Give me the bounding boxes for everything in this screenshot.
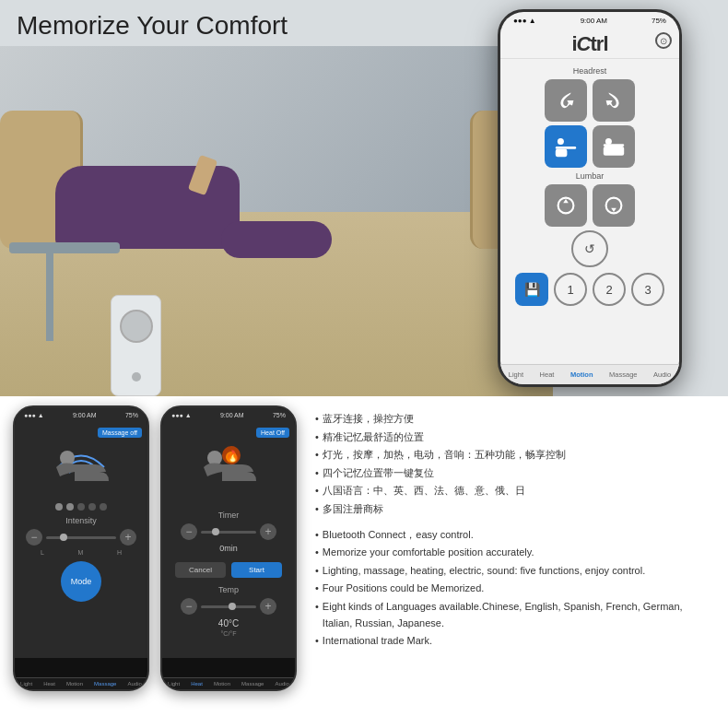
temp-label: Temp: [175, 585, 282, 594]
heat-time: 9:00 AM: [220, 412, 244, 418]
massage-screen: Massage off: [15, 422, 147, 658]
phone-massage: ●●● ▲ 9:00 AM 75% Massage off: [13, 405, 149, 691]
timer-minus[interactable]: −: [181, 523, 197, 540]
temp-value: 40°C: [175, 618, 282, 628]
phone-heat: ●●● ▲ 9:00 AM 75% Heat Off 🔥: [160, 405, 297, 691]
intensity-minus[interactable]: −: [26, 529, 42, 546]
cn-feature-3: • 灯光，按摩，加热，电动，音响：五种功能，畅享控制: [315, 447, 708, 464]
app-screen-large: iCtrl ⊙ Headrest: [500, 29, 679, 387]
timer-slider-row: − +: [181, 523, 276, 540]
massage-status-bar: ●●● ▲ 9:00 AM 75%: [15, 407, 147, 422]
tab-light[interactable]: Light: [505, 369, 527, 381]
tab-audio[interactable]: Audio: [650, 369, 675, 381]
status-bar-large: ●●● ▲ 9:00 AM 75%: [500, 12, 679, 29]
ht-tab-motion[interactable]: Motion: [214, 681, 230, 687]
memory-2-button[interactable]: 2: [593, 273, 626, 306]
intensity-label: Intensity: [20, 516, 142, 525]
massage-time: 9:00 AM: [73, 412, 97, 418]
heat-battery: 75%: [273, 412, 286, 418]
memory-1-button[interactable]: 1: [554, 273, 587, 306]
unit-toggle[interactable]: °C/°F: [175, 630, 282, 637]
features-divider: [315, 520, 708, 527]
heat-icon-area: 🔥: [168, 435, 289, 499]
english-features: • Bluetooth Connect，easy control. • Memo…: [315, 527, 708, 650]
massage-person-svg: [49, 435, 113, 499]
ht-tab-heat[interactable]: Heat: [191, 681, 203, 687]
headrest-btn-left[interactable]: [545, 79, 587, 122]
lumbar-controls: [508, 184, 672, 227]
settings-icon[interactable]: ⊙: [655, 32, 672, 49]
heat-status-bar: ●●● ▲ 9:00 AM 75%: [162, 407, 295, 422]
ht-tab-massage[interactable]: Massage: [241, 681, 264, 687]
temp-minus[interactable]: −: [181, 598, 197, 615]
svg-rect-3: [604, 144, 624, 147]
status-signal: ●●● ▲: [513, 17, 536, 25]
wifi-dots: [20, 503, 142, 511]
app-tabs-large: Light Heat Motion Massage Audio: [500, 364, 679, 384]
status-battery: 75%: [652, 17, 666, 25]
timer-label: Timer: [175, 511, 282, 520]
speaker-cone: [120, 310, 153, 343]
svg-point-1: [558, 138, 564, 145]
person-legs: [221, 221, 332, 258]
headrest-label: Headrest: [508, 66, 672, 76]
ms-tab-massage[interactable]: Massage: [94, 681, 116, 687]
en-feature-5: • Eight kinds of Languages available.Chi…: [315, 599, 708, 631]
temp-track[interactable]: [201, 605, 256, 608]
heat-badge[interactable]: Heat Off: [256, 428, 289, 438]
tab-motion[interactable]: Motion: [567, 369, 597, 381]
svg-rect-0: [556, 147, 576, 149]
position-btn-recline[interactable]: [545, 125, 587, 168]
person-body: [55, 166, 240, 249]
sync-button[interactable]: ↺: [571, 230, 608, 267]
position-btn-flat[interactable]: [593, 125, 635, 168]
ms-tab-motion[interactable]: Motion: [66, 681, 83, 687]
ht-tab-light[interactable]: Light: [168, 681, 180, 687]
heat-screen: Heat Off 🔥 Timer −: [162, 422, 295, 658]
label-l: L: [41, 549, 44, 556]
mode-button[interactable]: Mode: [61, 561, 101, 602]
heat-icon-svg: 🔥: [196, 435, 261, 499]
ht-tab-audio[interactable]: Audio: [276, 681, 289, 687]
lumbar-btn-left[interactable]: [545, 184, 587, 227]
en-feature-6: • International trade Mark.: [315, 633, 708, 650]
intensity-plus[interactable]: +: [120, 529, 136, 546]
timer-track[interactable]: [201, 531, 256, 534]
massage-signal: ●●● ▲: [24, 412, 44, 418]
lumbar-label: Lumbar: [508, 171, 672, 181]
tab-massage[interactable]: Massage: [605, 369, 640, 381]
dot-1: [55, 503, 63, 511]
en-feature-1: • Bluetooth Connect，easy control.: [315, 527, 708, 544]
lumbar-btn-right[interactable]: [593, 184, 635, 227]
memory-row: 💾 1 2 3: [508, 273, 672, 306]
side-table-leg: [46, 253, 53, 341]
cn-feature-6: • 多国注册商标: [315, 501, 708, 518]
massage-badge[interactable]: Massage off: [98, 428, 142, 438]
ms-tab-audio[interactable]: Audio: [128, 681, 142, 687]
timer-plus[interactable]: +: [260, 523, 276, 540]
side-table-top: [9, 242, 120, 253]
svg-point-5: [605, 138, 612, 145]
intensity-track[interactable]: [46, 536, 116, 539]
phone-large: ●●● ▲ 9:00 AM 75% iCtrl ⊙ Headrest: [498, 9, 682, 387]
ms-tab-heat[interactable]: Heat: [43, 681, 55, 687]
svg-rect-2: [556, 149, 568, 157]
tab-heat[interactable]: Heat: [536, 369, 558, 381]
hero-title: Memorize Your Comfort: [17, 11, 288, 41]
ms-tab-light[interactable]: Light: [20, 681, 32, 687]
massage-person-area: [20, 435, 142, 499]
control-grid: Headrest: [500, 59, 679, 317]
en-feature-2: • Memorize your comfortable position acc…: [315, 545, 708, 561]
massage-tabs: Light Heat Motion Massage Audio: [15, 677, 147, 689]
headrest-btn-right[interactable]: [593, 79, 635, 122]
app-name: iCtrl: [571, 32, 607, 55]
start-button[interactable]: Start: [231, 562, 282, 578]
chinese-features: • 蓝牙连接，操控方便 • 精准记忆最舒适的位置 • 灯光，按摩，加热，电动，音…: [315, 411, 708, 518]
cancel-button[interactable]: Cancel: [175, 562, 226, 578]
memory-save-button[interactable]: 💾: [515, 273, 548, 306]
intensity-thumb: [60, 534, 67, 541]
cn-feature-1: • 蓝牙连接，操控方便: [315, 411, 708, 428]
label-m: M: [78, 549, 84, 556]
temp-plus[interactable]: +: [260, 598, 276, 615]
memory-3-button[interactable]: 3: [631, 273, 664, 306]
